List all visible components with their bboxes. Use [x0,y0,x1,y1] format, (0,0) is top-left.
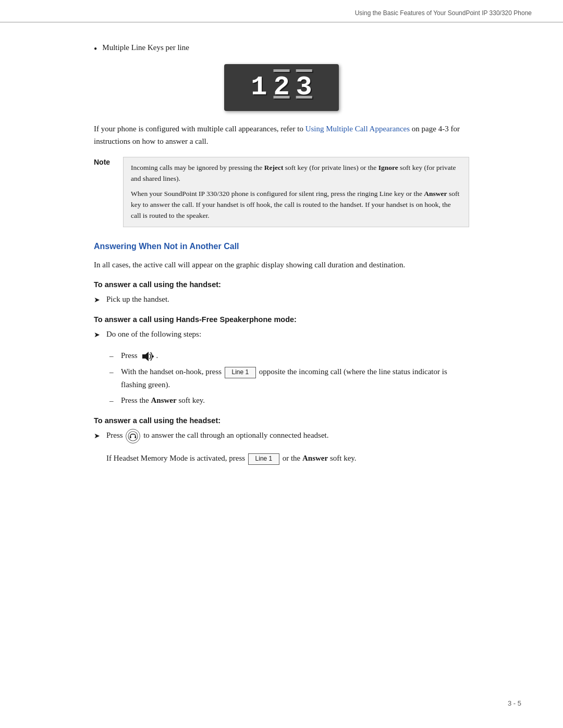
note-p1-bold2: Ignore [378,164,398,171]
dash3-after: soft key. [177,396,205,404]
bullet-dot: • [94,44,97,54]
arrow-icon-handset: ➤ [94,294,101,306]
svg-rect-3 [130,436,131,438]
bullet-item-multiple-line: • Multiple Line Keys per line [94,43,469,54]
headset-icon [126,429,140,443]
handset-step-1: ➤ Pick up the handset. [94,293,469,306]
speakerphone-step-text: Do one of the following steps: [106,328,201,340]
dash3-before: Press the [121,396,151,404]
subsection-handset: To answer a call using the handset: [94,280,469,289]
page-number: 3 - 5 [508,699,521,707]
page-footer: 3 - 5 [508,699,521,707]
svg-marker-0 [142,352,149,361]
header-text: Using the Basic Features of Your SoundPo… [355,9,532,17]
page-header: Using the Basic Features of Your SoundPo… [0,0,563,22]
headset-note-mid: or the [283,454,302,462]
speakerphone-steps: ➤ Do one of the following steps: [94,328,469,341]
headset-note-bold: Answer [302,454,328,462]
svg-point-1 [152,355,154,357]
handset-steps: ➤ Pick up the handset. [94,293,469,306]
dash-sym-1: – [109,350,116,362]
speaker-icon [140,351,155,362]
phone-display-container: 1 2 3 [94,64,469,111]
phone-digit-1: 1 [251,74,267,101]
headset-step-text: Press to answer the call through an opti… [106,429,328,443]
note-p1-mid: soft key (for private lines) or the [283,164,378,171]
note-p2-before: When your SoundPoint IP 330/320 phone is… [131,190,424,198]
dash2-text: With the handset on-hook, press Line 1 o… [121,365,469,391]
note-container: Note Incoming calls may be ignored by pr… [94,157,469,227]
dash2-before: With the handset on-hook, press [121,367,222,376]
headset-press: Press [106,431,123,439]
note-label: Note [94,157,115,166]
intro-text-before-link: If your phone is configured with multipl… [94,125,305,133]
dash-item-3: – Press the Answer soft key. [109,394,469,407]
subsection-speakerphone: To answer a call using Hands-Free Speake… [94,315,469,324]
note-para-2: When your SoundPoint IP 330/320 phone is… [131,189,461,221]
phone-digit-3: 3 [296,74,312,101]
dash-sym-2: – [109,366,116,378]
note-box: Incoming calls may be ignored by pressin… [123,157,469,227]
bullet-section: • Multiple Line Keys per line [94,43,469,54]
note-p1-bold1: Reject [264,164,284,171]
headset-step-1: ➤ Press to answer the call through an op… [94,429,469,443]
headset-note-before: If Headset Memory Mode is activated, pre… [106,454,245,462]
headset-memory-note: If Headset Memory Mode is activated, pre… [106,452,469,465]
dash1-text: Press . [121,349,158,362]
note-p1-before: Incoming calls may be ignored by pressin… [131,164,264,171]
headset-note-after: soft key. [328,454,356,462]
svg-rect-4 [135,436,137,438]
speakerphone-step-1: ➤ Do one of the following steps: [94,328,469,341]
line1-button-1: Line 1 [225,367,256,378]
dash-item-1: – Press . [109,349,469,362]
handset-step-text: Pick up the handset. [106,293,169,305]
phone-display: 1 2 3 [224,64,339,111]
phone-digit-2: 2 [273,74,289,101]
section-heading-answering: Answering When Not in Another Call [94,242,469,251]
svg-point-2 [128,431,138,441]
page-container: Using the Basic Features of Your SoundPo… [0,0,563,728]
dash3-bold: Answer [151,396,177,404]
line1-button-2: Line 1 [248,453,279,465]
dash1-press: Press [121,351,138,360]
intro-paragraph: If your phone is configured with multipl… [94,122,469,147]
arrow-icon-headset: ➤ [94,430,101,442]
dash-item-2: – With the handset on-hook, press Line 1… [109,365,469,391]
dash-sym-3: – [109,394,116,407]
content-area: • Multiple Line Keys per line 1 2 3 If y… [31,22,532,504]
note-p2-bold: Answer [424,190,447,198]
dash3-text: Press the Answer soft key. [121,394,205,406]
note-para-1: Incoming calls may be ignored by pressin… [131,163,461,184]
multiple-call-link[interactable]: Using Multiple Call Appearances [305,125,410,133]
section-intro-para: In all cases, the active call will appea… [94,258,469,271]
subsection-headset: To answer a call using the headset: [94,416,469,425]
headset-after: to answer the call through an optionally… [143,431,328,439]
headset-steps: ➤ Press to answer the call through an op… [94,429,469,443]
bullet-text: Multiple Line Keys per line [102,43,189,52]
speakerphone-dash-list: – Press . – [109,349,469,407]
arrow-icon-speakerphone: ➤ [94,329,101,341]
